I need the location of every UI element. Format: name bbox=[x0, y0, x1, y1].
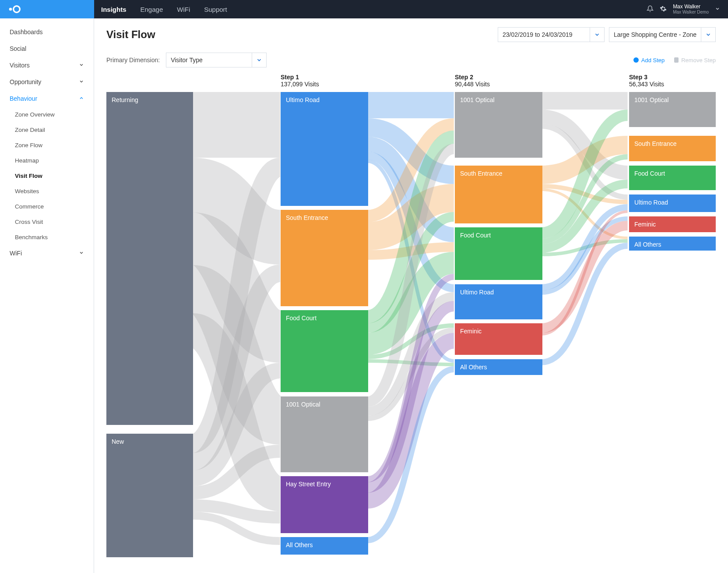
title-bar: Visit Flow bbox=[106, 27, 716, 42]
sankey-node-s1optical[interactable]: 1001 Optical bbox=[281, 396, 368, 472]
sankey-node-s3south[interactable]: South Entrance bbox=[629, 136, 716, 161]
logo-icon bbox=[8, 4, 22, 14]
chevron-down-icon bbox=[79, 62, 84, 69]
primary-dimension-label: Primary Dimension: bbox=[106, 57, 160, 64]
remove-step-button: Remove Step bbox=[674, 57, 716, 64]
account-name: Max Walker Demo bbox=[673, 10, 709, 14]
location-input[interactable] bbox=[609, 27, 701, 42]
sidebar-sub-websites[interactable]: Websites bbox=[0, 184, 94, 199]
sankey-flow[interactable] bbox=[541, 246, 627, 362]
chevron-down-icon[interactable] bbox=[701, 27, 716, 42]
user-menu[interactable]: Max Walker Max Walker Demo bbox=[673, 4, 709, 14]
gear-icon[interactable] bbox=[660, 5, 667, 14]
location-picker[interactable] bbox=[609, 27, 716, 42]
sidebar-sub-benchmarks[interactable]: Benchmarks bbox=[0, 230, 94, 245]
sidebar-item-label: Dashboards bbox=[10, 28, 43, 35]
sidebar-item-dashboards[interactable]: Dashboards bbox=[0, 24, 94, 40]
top-nav: InsightsEngageWiFiSupport bbox=[94, 0, 234, 18]
sidebar-item-opportunity[interactable]: Opportunity bbox=[0, 74, 94, 90]
sidebar-sub-cross-visit[interactable]: Cross Visit bbox=[0, 214, 94, 230]
sidebar-sub-zone-overview[interactable]: Zone Overview bbox=[0, 107, 94, 122]
chevron-down-icon bbox=[79, 78, 84, 85]
user-name: Max Walker bbox=[673, 4, 709, 10]
sidebar-item-label: Visitors bbox=[10, 62, 30, 69]
sankey-node-s2food[interactable]: Food Court bbox=[455, 227, 542, 280]
sankey-node-s3ultimo[interactable]: Ultimo Road bbox=[629, 195, 716, 212]
chevron-down-icon[interactable] bbox=[715, 6, 720, 13]
sankey-node-s1south[interactable]: South Entrance bbox=[281, 210, 368, 306]
step-name: Step 2 bbox=[455, 74, 490, 81]
sankey-node-s3all[interactable]: All Others bbox=[629, 237, 716, 251]
nav-engage[interactable]: Engage bbox=[134, 0, 170, 18]
step-header: Step 356,343 Visits bbox=[629, 74, 664, 88]
sankey-node-s1hay[interactable]: Hay Street Entry bbox=[281, 476, 368, 533]
sidebar-item-behaviour[interactable]: Behaviour bbox=[0, 90, 94, 107]
step-visits: 137,099 Visits bbox=[281, 81, 319, 88]
topbar-right: Max Walker Max Walker Demo bbox=[647, 0, 728, 18]
primary-dimension-picker[interactable] bbox=[166, 53, 267, 67]
sidebar-item-label: Behaviour bbox=[10, 95, 37, 102]
main-content: Visit Flow Primary Dimension: bbox=[94, 18, 728, 573]
chevron-down-icon[interactable] bbox=[252, 53, 267, 67]
primary-dimension-input[interactable] bbox=[166, 53, 252, 67]
sankey-node-r[interactable]: Returning bbox=[106, 92, 193, 425]
sidebar-item-visitors[interactable]: Visitors bbox=[0, 57, 94, 74]
svg-point-0 bbox=[9, 8, 12, 11]
chevron-down-icon bbox=[79, 250, 84, 257]
bell-icon[interactable] bbox=[647, 5, 654, 14]
logo[interactable] bbox=[0, 0, 94, 18]
sankey-node-s2south[interactable]: South Entrance bbox=[455, 166, 542, 223]
sidebar-sub-visit-flow[interactable]: Visit Flow bbox=[0, 168, 94, 184]
step-visits: 56,343 Visits bbox=[629, 81, 664, 88]
sidebar-sub-heatmap[interactable]: Heatmap bbox=[0, 153, 94, 168]
sidebar-item-label: WiFi bbox=[10, 250, 22, 257]
sankey-node-s2ultimo[interactable]: Ultimo Road bbox=[455, 284, 542, 319]
sidebar-item-label: Social bbox=[10, 45, 26, 52]
sidebar-sub-zone-detail[interactable]: Zone Detail bbox=[0, 122, 94, 138]
remove-step-label: Remove Step bbox=[681, 57, 716, 64]
date-range-picker[interactable] bbox=[498, 27, 605, 42]
date-range-input[interactable] bbox=[498, 27, 590, 42]
plus-icon bbox=[633, 57, 639, 63]
controls-bar: Primary Dimension: Add Step Remove Step bbox=[106, 53, 716, 67]
sankey-node-s2optical[interactable]: 1001 Optical bbox=[455, 92, 542, 158]
sankey-node-n[interactable]: New bbox=[106, 434, 193, 557]
chevron-down-icon[interactable] bbox=[590, 27, 605, 42]
sankey-node-s1food[interactable]: Food Court bbox=[281, 310, 368, 392]
nav-insights[interactable]: Insights bbox=[94, 0, 134, 18]
sankey-node-s3optical[interactable]: 1001 Optical bbox=[629, 92, 716, 127]
sidebar-sub-commerce[interactable]: Commerce bbox=[0, 199, 94, 214]
topbar: InsightsEngageWiFiSupport Max Walker Max… bbox=[0, 0, 728, 18]
nav-support[interactable]: Support bbox=[197, 0, 234, 18]
sankey-node-s3feminic[interactable]: Feminic bbox=[629, 216, 716, 232]
step-name: Step 1 bbox=[281, 74, 319, 81]
sankey-node-s1ultimo[interactable]: Ultimo Road bbox=[281, 92, 368, 206]
step-name: Step 3 bbox=[629, 74, 664, 81]
nav-wifi[interactable]: WiFi bbox=[170, 0, 197, 18]
sankey-node-s2feminic[interactable]: Feminic bbox=[455, 323, 542, 355]
sankey-node-s1all[interactable]: All Others bbox=[281, 537, 368, 555]
step-header: Step 1137,099 Visits bbox=[281, 74, 319, 88]
chevron-up-icon bbox=[79, 95, 84, 102]
add-step-label: Add Step bbox=[641, 57, 665, 64]
add-step-button[interactable]: Add Step bbox=[633, 57, 665, 64]
sidebar-sub-zone-flow[interactable]: Zone Flow bbox=[0, 138, 94, 153]
sankey-node-s2all[interactable]: All Others bbox=[455, 359, 542, 375]
sankey-node-s3food[interactable]: Food Court bbox=[629, 166, 716, 190]
svg-point-1 bbox=[14, 6, 20, 13]
visit-flow-chart: Step 1137,099 VisitsStep 290,448 VisitsS… bbox=[106, 74, 716, 561]
sidebar-item-wifi[interactable]: WiFi bbox=[0, 245, 94, 262]
sidebar-item-label: Opportunity bbox=[10, 78, 41, 85]
sidebar-item-social[interactable]: Social bbox=[0, 40, 94, 57]
trash-icon bbox=[674, 57, 679, 63]
step-header: Step 290,448 Visits bbox=[455, 74, 490, 88]
step-visits: 90,448 Visits bbox=[455, 81, 490, 88]
page-title: Visit Flow bbox=[106, 28, 155, 41]
sidebar: DashboardsSocialVisitorsOpportunityBehav… bbox=[0, 18, 94, 573]
